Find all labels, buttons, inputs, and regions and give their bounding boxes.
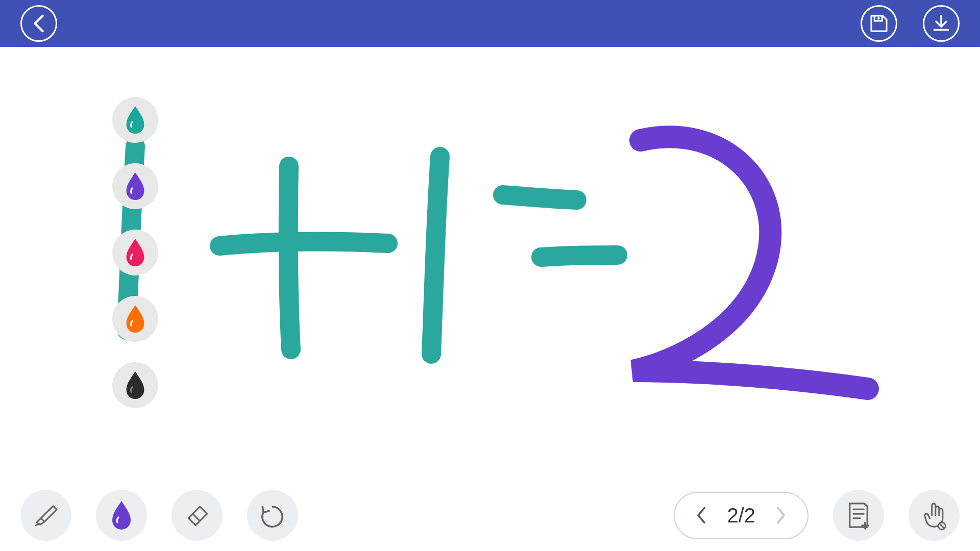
drop-icon [123, 370, 148, 400]
ink-tool[interactable] [96, 490, 147, 541]
save-button[interactable] [861, 5, 897, 42]
undo-icon [258, 501, 287, 530]
add-page-button[interactable] [833, 490, 884, 541]
bottom-toolbar: 2/2 [0, 490, 980, 541]
color-palette [112, 97, 158, 408]
save-icon [869, 13, 889, 34]
chevron-left-icon [31, 13, 46, 34]
page-indicator: 2/2 [674, 492, 808, 539]
gesture-toggle-button[interactable] [909, 490, 960, 541]
highlighter-tool[interactable] [20, 490, 71, 541]
next-page-button[interactable] [775, 506, 787, 524]
drop-icon [123, 105, 148, 135]
eraser-tool[interactable] [172, 490, 223, 541]
prev-page-button[interactable] [695, 506, 707, 524]
chevron-right-icon [775, 506, 787, 524]
color-swatch-purple[interactable] [112, 163, 158, 209]
eraser-icon [183, 501, 211, 530]
page-label: 2/2 [727, 504, 755, 527]
gesture-off-icon [920, 499, 948, 531]
drop-icon [123, 171, 148, 201]
undo-tool[interactable] [247, 490, 298, 541]
color-swatch-teal[interactable] [112, 97, 158, 143]
color-swatch-black[interactable] [112, 362, 158, 408]
header-bar [0, 0, 980, 47]
drop-icon [123, 238, 148, 267]
chevron-left-icon [695, 506, 707, 524]
back-button[interactable] [20, 5, 57, 42]
svg-rect-0 [878, 17, 880, 20]
download-icon [931, 13, 951, 34]
highlighter-icon [32, 501, 60, 530]
add-page-icon [845, 500, 872, 530]
download-button[interactable] [923, 5, 960, 42]
drop-icon [123, 304, 148, 334]
color-swatch-pink[interactable] [112, 230, 158, 276]
color-swatch-orange[interactable] [112, 296, 158, 342]
drop-icon [109, 500, 134, 531]
